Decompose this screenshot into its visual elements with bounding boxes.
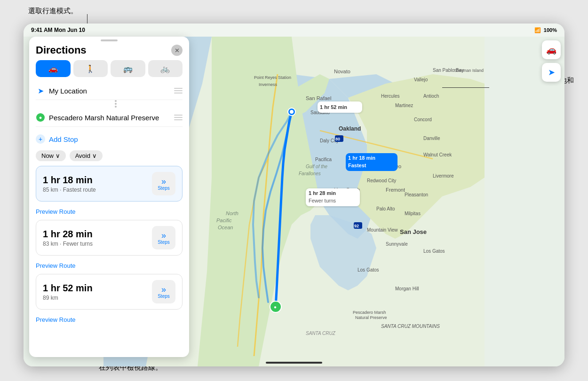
route-connector (36, 100, 183, 109)
route-time-3: 1 hr 52 min (43, 283, 152, 294)
filters-row: Now ∨ Avoid ∨ (29, 148, 189, 166)
origin-icon: ➤ (36, 86, 45, 95)
dot-3 (115, 106, 117, 108)
avoid-filter[interactable]: Avoid ∨ (70, 150, 103, 161)
svg-text:Los Gatos: Los Gatos (358, 267, 379, 272)
svg-text:Vallejo: Vallejo (414, 77, 428, 82)
location-icon: ➤ (38, 86, 44, 95)
home-indicator (266, 362, 322, 364)
panel-drag-handle[interactable] (29, 37, 189, 41)
route-time-1: 1 hr 18 min (43, 175, 152, 186)
tab-walk[interactable]: 🚶 (73, 60, 108, 77)
drag-line-d3 (174, 119, 183, 120)
steps-chevron-icon-1: » (161, 177, 166, 186)
steps-button-1[interactable]: » Steps (152, 172, 175, 195)
annotation-top-left: 選取行進模式。 (28, 6, 78, 16)
drag-handle-dest[interactable] (174, 115, 183, 120)
svg-text:San Jose: San Jose (400, 228, 427, 235)
svg-text:Sherman Island: Sherman Island (454, 68, 484, 73)
svg-text:Ocean: Ocean (218, 225, 233, 230)
svg-text:Los Gatos: Los Gatos (423, 249, 445, 254)
dot-1 (115, 100, 117, 102)
svg-text:Pacifica: Pacifica (315, 157, 332, 162)
preview-link-3[interactable]: Preview Route (36, 314, 183, 328)
preview-link-1[interactable]: Preview Route (36, 206, 183, 220)
svg-text:92: 92 (354, 224, 359, 228)
svg-text:80: 80 (335, 137, 340, 141)
svg-text:Fewer turns: Fewer turns (309, 198, 336, 203)
tab-bike[interactable]: 🚲 (148, 60, 183, 77)
status-bar: 9:41 AM Mon Jun 10 📶 100% (24, 23, 564, 37)
annotation-line-top-right-h (442, 87, 489, 88)
tab-transit[interactable]: 🚌 (111, 60, 145, 77)
drag-line-d2 (174, 117, 183, 118)
route-card-2[interactable]: 1 hr 28 min 83 km · Fewer turns » Steps (36, 220, 183, 256)
close-button[interactable]: ✕ (171, 45, 183, 56)
routes-list: 1 hr 18 min 85 km · Fastest route » Step… (29, 166, 189, 357)
status-time: 9:41 AM Mon Jun 10 (31, 27, 85, 33)
route-detail-1: 85 km · Fastest route (43, 187, 152, 193)
origin-text: My Location (49, 87, 170, 95)
steps-label-2: Steps (158, 240, 170, 245)
svg-text:Fastest: Fastest (348, 163, 366, 168)
route-info-1: 1 hr 18 min 85 km · Fastest route (43, 175, 152, 193)
svg-text:Morgan Hill: Morgan Hill (395, 286, 419, 291)
svg-text:Palo Alto: Palo Alto (376, 206, 395, 211)
destination-icon: ● (36, 113, 45, 122)
svg-text:Oakland: Oakland (339, 125, 361, 132)
route-detail-3: 89 km (43, 295, 152, 301)
add-stop-icon: + (36, 134, 45, 144)
drag-handle-origin[interactable] (174, 88, 183, 93)
svg-text:Concord: Concord (414, 117, 432, 122)
steps-label-1: Steps (158, 186, 170, 191)
steps-label-3: Steps (158, 294, 170, 299)
origin-row[interactable]: ➤ My Location (36, 82, 183, 100)
svg-text:Point Reyes Station: Point Reyes Station (254, 75, 291, 80)
svg-text:Walnut Creek: Walnut Creek (423, 152, 452, 157)
svg-text:SANTA CRUZ MOUNTAINS: SANTA CRUZ MOUNTAINS (381, 324, 440, 329)
svg-text:Livermore: Livermore (433, 173, 454, 179)
destination-row[interactable]: ● Pescadero Marsh Natural Preserve (36, 109, 183, 127)
now-filter[interactable]: Now ∨ (36, 150, 66, 161)
dest-pin-icon: ● (36, 113, 45, 122)
svg-text:Inverness: Inverness (259, 82, 278, 87)
route-card-3[interactable]: 1 hr 52 min 89 km » Steps (36, 274, 183, 310)
svg-text:Farallones: Farallones (299, 171, 321, 176)
steps-button-2[interactable]: » Steps (152, 226, 175, 249)
preview-link-2[interactable]: Preview Route (36, 260, 183, 274)
tab-car[interactable]: 🚗 (36, 60, 71, 77)
svg-text:Martinez: Martinez (395, 103, 413, 108)
destination-text: Pescadero Marsh Natural Preserve (49, 114, 170, 122)
svg-text:San Rafael: San Rafael (306, 95, 331, 101)
transport-tabs: 🚗 🚶 🚌 🚲 (29, 60, 189, 82)
drag-line-d1 (174, 115, 183, 116)
svg-text:Natural Preserve: Natural Preserve (355, 315, 387, 320)
route-card-1[interactable]: 1 hr 18 min 85 km · Fastest route » Step… (36, 166, 183, 202)
steps-chevron-icon-2: » (161, 231, 166, 240)
route-inputs: ➤ My Location ● Pescadero (29, 82, 189, 131)
svg-text:Hercules: Hercules (381, 93, 399, 99)
svg-text:Fremont: Fremont (386, 187, 405, 193)
svg-text:Sunnyvale: Sunnyvale (386, 241, 408, 247)
steps-button-3[interactable]: » Steps (152, 280, 175, 303)
svg-text:Mountain View: Mountain View (367, 227, 398, 233)
svg-text:Novato: Novato (334, 69, 350, 74)
device-frame: 9:41 AM Mon Jun 10 📶 100% (24, 23, 564, 366)
add-stop-row[interactable]: + Add Stop (29, 131, 189, 148)
drag-line-3 (174, 93, 183, 93)
svg-text:Pescadero Marsh: Pescadero Marsh (353, 310, 386, 315)
svg-text:Antioch: Antioch (423, 93, 439, 99)
svg-text:1 hr 18 min: 1 hr 18 min (348, 155, 375, 161)
add-stop-label: Add Stop (49, 135, 78, 143)
svg-text:SANTA CRUZ: SANTA CRUZ (306, 331, 336, 336)
route-time-2: 1 hr 28 min (43, 229, 152, 240)
steps-chevron-icon-3: » (161, 285, 166, 294)
wifi-icon: 📶 (534, 27, 541, 33)
panel-header: Directions ✕ (29, 41, 189, 60)
route-info-3: 1 hr 52 min 89 km (43, 283, 152, 301)
map-location-button[interactable]: ➤ (542, 63, 561, 82)
svg-text:1 hr 28 min: 1 hr 28 min (309, 190, 336, 196)
map-car-button[interactable]: 🚗 (542, 40, 561, 59)
svg-text:Redwood City: Redwood City (367, 178, 396, 183)
dot-2 (115, 103, 117, 105)
